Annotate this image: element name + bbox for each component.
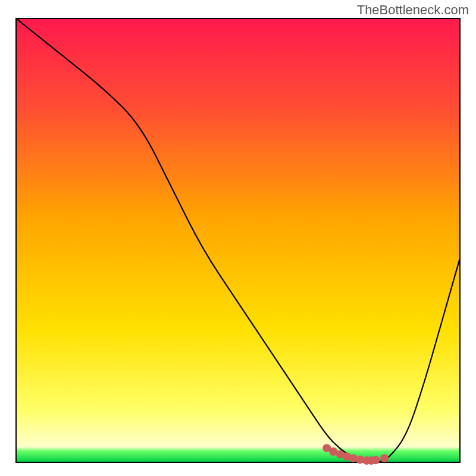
selected-point bbox=[371, 456, 380, 464]
watermark-text: TheBottleneck.com bbox=[357, 2, 469, 18]
chart-container: TheBottleneck.com bbox=[0, 0, 476, 476]
selected-point bbox=[380, 454, 389, 462]
chart-svg bbox=[0, 0, 476, 476]
plot-background bbox=[16, 18, 460, 462]
